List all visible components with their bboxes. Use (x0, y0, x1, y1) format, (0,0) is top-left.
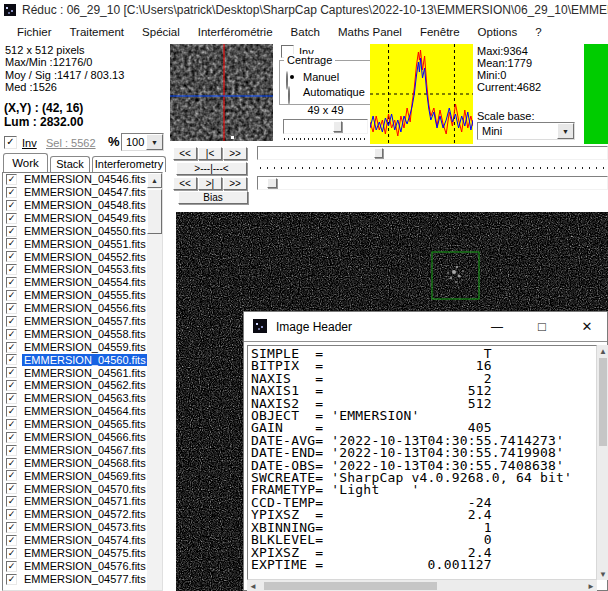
file-checkbox[interactable]: ✓ (6, 329, 17, 340)
menu-maths-panel[interactable]: Maths Panel (329, 20, 411, 44)
minimize-icon[interactable]: — (482, 312, 512, 341)
radio-automatic[interactable] (288, 86, 290, 105)
nav-next-button[interactable]: >> (223, 147, 247, 160)
file-checkbox[interactable]: ✓ (6, 483, 17, 494)
tab-stack[interactable]: Stack (50, 156, 90, 172)
file-list-item[interactable]: ✓EMMERSION_04548.fits (3, 199, 162, 212)
nav-prev-button-b[interactable]: >| (198, 177, 222, 190)
file-list-item[interactable]: ✓EMMERSION_04547.fits (3, 186, 162, 199)
menu-sp-cial[interactable]: Spécial (133, 20, 189, 44)
nav-prev-button[interactable]: |< (198, 147, 222, 160)
invert-checkbox[interactable]: ✓ (4, 136, 17, 149)
file-checkbox[interactable]: ✓ (6, 380, 17, 391)
file-checkbox[interactable]: ✓ (6, 458, 17, 469)
file-checkbox[interactable]: ✓ (6, 509, 17, 520)
scroll-left-icon[interactable]: ◄ (247, 580, 259, 591)
file-list-item[interactable]: ✓EMMERSION_04557.fits (3, 315, 162, 328)
menu-?[interactable]: ? (526, 20, 550, 44)
file-list-item[interactable]: ✓EMMERSION_04560.fits (3, 353, 162, 366)
nav-next-button-b[interactable]: >> (223, 177, 247, 190)
file-checkbox[interactable]: ✓ (6, 367, 17, 378)
file-list-item[interactable]: ✓EMMERSION_04570.fits (3, 482, 162, 495)
file-list-item[interactable]: ✓EMMERSION_04550.fits (3, 225, 162, 238)
file-list-item[interactable]: ✓EMMERSION_04546.fits (3, 173, 162, 186)
file-checkbox[interactable]: ✓ (6, 303, 17, 314)
file-checkbox[interactable]: ✓ (6, 251, 17, 262)
invert-label[interactable]: Inv (22, 137, 37, 149)
file-checkbox[interactable]: ✓ (6, 290, 17, 301)
file-list-item[interactable]: ✓EMMERSION_04577.fits (3, 573, 162, 586)
file-checkbox[interactable]: ✓ (6, 342, 17, 353)
file-checkbox[interactable]: ✓ (6, 238, 17, 249)
file-checkbox[interactable]: ✓ (6, 316, 17, 327)
file-checkbox[interactable]: ✓ (6, 574, 17, 585)
file-list-item[interactable]: ✓EMMERSION_04566.fits (3, 431, 162, 444)
file-list-item[interactable]: ✓EMMERSION_04576.fits (3, 560, 162, 573)
file-checkbox[interactable]: ✓ (6, 174, 17, 185)
scale-base-select[interactable]: Mini ▼ (477, 122, 575, 140)
nav-first-button-b[interactable]: << (173, 177, 197, 190)
file-checkbox[interactable]: ✓ (6, 419, 17, 430)
file-checkbox[interactable]: ✓ (6, 406, 17, 417)
slider-thumb[interactable] (267, 178, 277, 188)
file-list-item[interactable]: ✓EMMERSION_04561.fits (3, 366, 162, 379)
file-list-item[interactable]: ✓EMMERSION_04554.fits (3, 276, 162, 289)
file-list-item[interactable]: ✓EMMERSION_04575.fits (3, 547, 162, 560)
file-checkbox[interactable]: ✓ (6, 213, 17, 224)
file-checkbox[interactable]: ✓ (6, 432, 17, 443)
file-list-item[interactable]: ✓EMMERSION_04571.fits (3, 495, 162, 508)
file-checkbox[interactable]: ✓ (6, 393, 17, 404)
file-list-item[interactable]: ✓EMMERSION_04549.fits (3, 212, 162, 225)
frame-position-slider[interactable] (257, 146, 608, 160)
scroll-down-icon[interactable]: ▼ (597, 568, 608, 580)
slider-thumb[interactable] (333, 121, 342, 132)
file-list-item[interactable]: ✓EMMERSION_04552.fits (3, 250, 162, 263)
file-checkbox[interactable]: ✓ (6, 470, 17, 481)
file-list-item[interactable]: ✓EMMERSION_04559.fits (3, 341, 162, 354)
file-list-item[interactable]: ✓EMMERSION_04574.fits (3, 534, 162, 547)
file-checkbox[interactable]: ✓ (6, 277, 17, 288)
scroll-up-icon[interactable]: ▲ (597, 345, 608, 357)
centering-thumbnail[interactable] (170, 44, 273, 141)
file-list-item[interactable]: ✓EMMERSION_04568.fits (3, 457, 162, 470)
file-list-item[interactable]: ✓EMMERSION_04563.fits (3, 392, 162, 405)
file-checkbox[interactable]: ✓ (6, 226, 17, 237)
file-checkbox[interactable]: ✓ (6, 535, 17, 546)
menu-batch[interactable]: Batch (282, 20, 329, 44)
file-list-item[interactable]: ✓EMMERSION_04558.fits (3, 328, 162, 341)
dialog-title-bar[interactable]: Image Header — □ ✕ (244, 312, 607, 342)
slider-thumb[interactable] (374, 148, 383, 158)
file-checkbox[interactable]: ✓ (6, 522, 17, 533)
tab-work[interactable]: Work (3, 153, 48, 172)
menu-options[interactable]: Options (469, 20, 527, 44)
file-list-item[interactable]: ✓EMMERSION_04573.fits (3, 521, 162, 534)
chevron-down-icon[interactable]: ▼ (557, 123, 574, 139)
center-range-button[interactable]: >---|---< (176, 162, 247, 175)
scrollbar-thumb[interactable] (264, 582, 437, 590)
file-checkbox[interactable]: ✓ (6, 548, 17, 559)
chevron-down-icon[interactable]: ▼ (146, 134, 163, 150)
file-list-item[interactable]: ✓EMMERSION_04551.fits (3, 237, 162, 250)
file-checkbox[interactable]: ✓ (6, 561, 17, 572)
maximize-icon[interactable]: □ (527, 312, 557, 341)
box-size-slider[interactable] (283, 119, 368, 134)
file-checkbox[interactable]: ✓ (6, 264, 17, 275)
file-list-item[interactable]: ✓EMMERSION_04556.fits (3, 302, 162, 315)
close-icon[interactable]: ✕ (572, 312, 602, 341)
file-checkbox[interactable]: ✓ (6, 200, 17, 211)
dialog-horizontal-scrollbar[interactable]: ◄ ► (247, 580, 597, 591)
bias-button[interactable]: Bias (178, 191, 248, 204)
selection-count-link[interactable]: Sel : 5562 (46, 137, 96, 149)
file-checkbox[interactable]: ✓ (6, 445, 17, 456)
file-checkbox[interactable]: ✓ (6, 354, 17, 365)
tab-interferometry[interactable]: Interferometry (92, 156, 166, 172)
file-checkbox[interactable]: ✓ (6, 187, 17, 198)
file-list-item[interactable]: ✓EMMERSION_04565.fits (3, 418, 162, 431)
dialog-vertical-scrollbar[interactable]: ▲ ▼ (597, 345, 608, 580)
file-list-item[interactable]: ✓EMMERSION_04567.fits (3, 444, 162, 457)
menu-interf-rom-trie[interactable]: Interférométrie (189, 20, 282, 44)
menu-fen-tre[interactable]: Fenêtre (411, 20, 469, 44)
file-list-item[interactable]: ✓EMMERSION_04564.fits (3, 405, 162, 418)
file-list-item[interactable]: ✓EMMERSION_04572.fits (3, 508, 162, 521)
scroll-right-icon[interactable]: ► (585, 580, 597, 591)
